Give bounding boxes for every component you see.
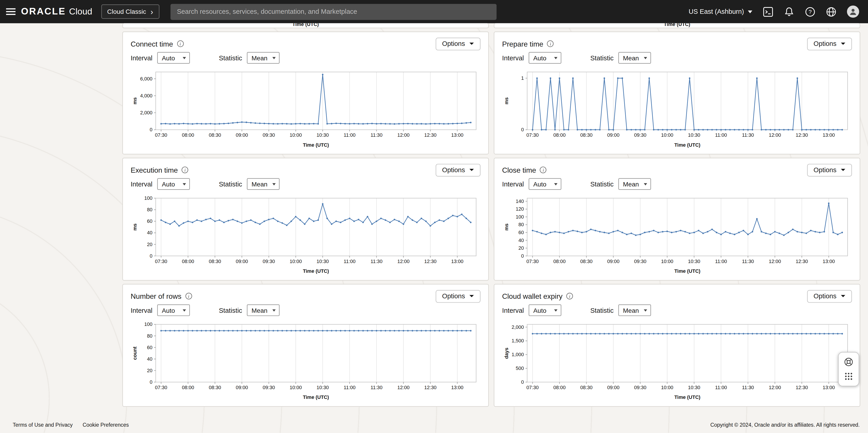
svg-text:80: 80 [519,222,524,227]
svg-text:09:00: 09:00 [607,384,619,390]
svg-text:500: 500 [516,365,524,371]
svg-text:0: 0 [150,379,152,385]
statistic-label: Statistic [590,54,614,62]
interval-select[interactable]: Auto [529,178,561,190]
notifications-bell-icon[interactable] [784,6,795,17]
svg-text:12:30: 12:30 [796,258,808,264]
region-selector[interactable]: US East (Ashburn) [688,8,752,16]
line-chart[interactable]: 02,0004,0006,00007:3008:0008:3009:0009:3… [131,67,480,150]
line-chart[interactable]: 0107:3008:0008:3009:0009:3010:0010:3011:… [502,67,852,150]
interval-label: Interval [131,54,152,62]
options-button[interactable]: Options [807,164,852,176]
svg-text:ms: ms [504,223,509,230]
help-widget [838,352,859,386]
svg-text:days: days [504,347,509,359]
chevron-down-icon [554,57,558,59]
page-footer: Terms of Use and Privacy Cookie Preferen… [0,416,868,433]
svg-text:60: 60 [519,229,524,235]
svg-text:1,000: 1,000 [512,352,524,357]
metric-card-number-of-rows: Number of rows i Options Interval Auto [122,284,489,407]
svg-text:80: 80 [147,333,152,339]
menu-icon[interactable] [0,0,21,23]
interval-select[interactable]: Auto [529,304,561,316]
terms-link[interactable]: Terms of Use and Privacy [13,422,72,428]
chart-title: Close time [502,166,536,174]
metric-card-prepare-time: Prepare time i Options Interval Auto [494,32,860,155]
chart-title: Connect time [131,39,173,48]
statistic-select[interactable]: Mean [247,178,280,190]
options-button[interactable]: Options [435,290,480,302]
statistic-label: Statistic [219,54,242,62]
svg-text:40: 40 [147,230,152,236]
interval-label: Interval [502,180,524,188]
statistic-select[interactable]: Mean [247,304,280,316]
svg-text:12:00: 12:00 [769,258,781,264]
svg-text:09:30: 09:30 [263,258,275,264]
svg-text:10:30: 10:30 [316,132,329,138]
svg-text:07:30: 07:30 [526,132,539,138]
chevron-down-icon [644,309,647,311]
statistic-select[interactable]: Mean [247,52,280,63]
line-chart[interactable]: 02040608010007:3008:0008:3009:0009:3010:… [131,319,480,402]
options-button[interactable]: Options [807,290,852,302]
support-icon[interactable] [840,355,857,369]
options-button[interactable]: Options [807,37,852,50]
time-axis-label: Time (UTC) [123,23,488,27]
language-globe-icon[interactable] [826,6,837,17]
svg-text:10:00: 10:00 [661,258,673,264]
console-icon[interactable] [763,6,774,17]
cloud-classic-label: Cloud Classic [107,8,146,15]
svg-text:12:30: 12:30 [796,132,808,138]
chevron-down-icon [841,43,845,45]
cookie-preferences-link[interactable]: Cookie Preferences [83,422,129,428]
info-icon[interactable]: i [182,166,188,173]
svg-text:13:00: 13:00 [451,132,463,138]
help-icon[interactable]: ? [805,6,815,17]
svg-text:11:30: 11:30 [742,258,754,264]
line-chart[interactable]: 02040608010012014007:3008:0008:3009:0009… [502,193,852,276]
svg-text:11:00: 11:00 [715,132,727,138]
chevron-down-icon [183,183,186,185]
svg-text:10:30: 10:30 [316,258,329,264]
info-icon[interactable]: i [185,293,192,300]
chevron-down-icon [469,295,474,297]
info-icon[interactable]: i [177,40,184,47]
options-button[interactable]: Options [435,164,480,176]
svg-text:07:30: 07:30 [526,384,539,390]
line-chart[interactable]: 02040608010007:3008:0008:3009:0009:3010:… [131,193,480,276]
chevron-down-icon [554,309,558,311]
svg-text:11:00: 11:00 [344,384,355,390]
interval-select[interactable]: Auto [157,52,190,63]
user-avatar[interactable] [847,5,859,18]
svg-text:100: 100 [144,195,152,201]
svg-text:11:00: 11:00 [344,132,355,138]
statistic-select[interactable]: Mean [618,178,651,190]
statistic-select[interactable]: Mean [618,52,651,63]
statistic-label: Statistic [219,180,242,188]
interval-select[interactable]: Auto [529,52,561,63]
interval-select[interactable]: Auto [157,178,190,190]
svg-text:0: 0 [521,253,524,259]
svg-text:08:30: 08:30 [209,258,221,264]
svg-text:2,000: 2,000 [140,110,152,116]
svg-text:2,000: 2,000 [512,324,524,330]
options-button[interactable]: Options [435,37,480,50]
info-icon[interactable]: i [547,40,554,47]
svg-text:10:30: 10:30 [688,384,700,390]
info-icon[interactable]: i [566,293,573,300]
svg-text:Time (UTC): Time (UTC) [303,142,329,148]
line-chart[interactable]: 05001,0001,5002,00007:3008:0008:3009:000… [502,319,852,402]
svg-text:11:30: 11:30 [370,258,382,264]
oracle-cloud-logo[interactable]: ORACLE Cloud [21,6,92,17]
svg-text:13:00: 13:00 [451,258,463,264]
svg-text:12:30: 12:30 [424,132,436,138]
interval-select[interactable]: Auto [157,304,190,316]
chevron-right-icon: › [151,8,153,16]
svg-text:09:00: 09:00 [236,132,248,138]
apps-grid-icon[interactable] [840,369,857,383]
statistic-select[interactable]: Mean [618,304,651,316]
search-input[interactable] [170,4,496,20]
info-icon[interactable]: i [540,166,547,173]
svg-text:11:30: 11:30 [742,132,754,138]
cloud-classic-button[interactable]: Cloud Classic › [101,4,159,19]
